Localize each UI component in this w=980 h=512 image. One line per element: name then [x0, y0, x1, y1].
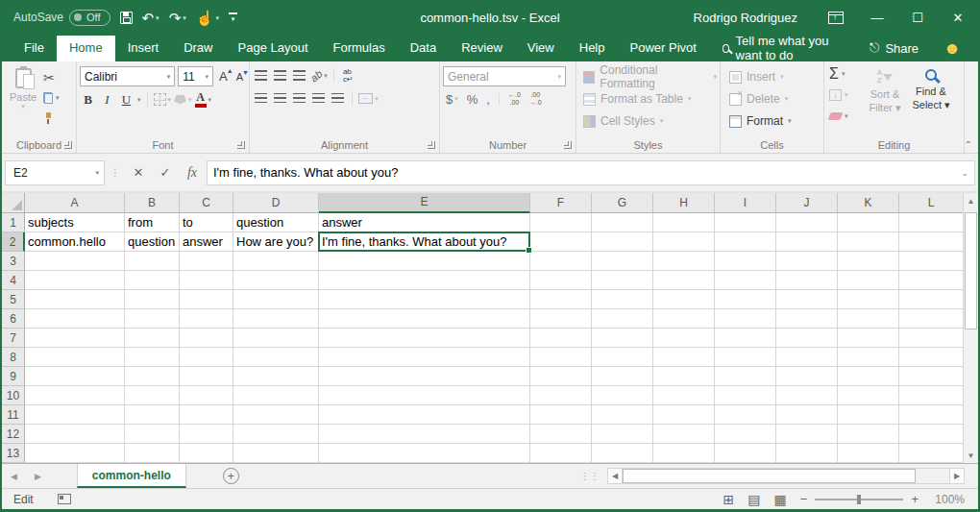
cell-G3[interactable]	[592, 252, 653, 271]
cell-K7[interactable]	[838, 329, 899, 348]
cell-J5[interactable]	[776, 290, 838, 309]
cell-B6[interactable]	[125, 309, 180, 329]
column-header-C[interactable]: C	[180, 193, 233, 213]
cell-J8[interactable]	[776, 348, 838, 367]
row-header-3[interactable]: 3	[2, 252, 25, 271]
undo-button[interactable]: ↶▾	[142, 11, 159, 25]
row-header-1[interactable]: 1	[2, 213, 25, 232]
cell-E13[interactable]	[319, 444, 530, 463]
row-header-5[interactable]: 5	[2, 290, 25, 309]
touch-mode-dropdown-icon[interactable]: ▾	[215, 14, 219, 21]
cell-A2[interactable]: common.hello	[25, 232, 125, 252]
formula-input[interactable]: I'm fine, thanks. What about you? ⌄	[207, 160, 975, 185]
cell-G5[interactable]	[592, 290, 653, 309]
tab-data[interactable]: Data	[398, 37, 449, 61]
tab-insert[interactable]: Insert	[115, 37, 172, 61]
page-break-view-icon[interactable]: ▦	[774, 493, 787, 506]
cell-B7[interactable]	[125, 329, 180, 348]
cell-J4[interactable]	[776, 271, 838, 290]
orientation-button[interactable]: ab▾	[310, 66, 328, 85]
vertical-scrollbar[interactable]: ▲ ▼	[963, 193, 978, 463]
cell-G7[interactable]	[592, 329, 653, 348]
cell-L2[interactable]	[899, 232, 964, 252]
orientation-dropdown-icon[interactable]: ▾	[324, 72, 328, 80]
tab-scrollbar-splitter[interactable]: ⋮⋮	[580, 471, 607, 481]
fill-color-dropdown-icon[interactable]: ▾	[188, 96, 192, 104]
name-box[interactable]: E2 ▾	[5, 160, 105, 185]
insert-dropdown-icon[interactable]: ▾	[780, 73, 784, 81]
cell-G10[interactable]	[592, 386, 653, 405]
cell-C1[interactable]: to	[180, 213, 233, 232]
sheet-tab-common-hello[interactable]: common-hello	[77, 464, 186, 488]
delete-button[interactable]: Delete ▾	[723, 89, 821, 109]
cell-F6[interactable]	[530, 309, 592, 329]
underline-button[interactable]: U	[118, 90, 135, 109]
cell-I11[interactable]	[715, 405, 776, 425]
grow-font-button[interactable]: A▲	[216, 69, 231, 84]
collapse-ribbon-icon[interactable]: ⌃	[965, 139, 972, 150]
cell-H7[interactable]	[653, 329, 715, 348]
cell-L7[interactable]	[899, 329, 964, 348]
cell-K3[interactable]	[838, 252, 899, 271]
row-header-11[interactable]: 11	[2, 405, 25, 425]
comma-style-button[interactable]: ,	[483, 92, 493, 107]
cell-styles-dropdown-icon[interactable]: ▾	[660, 117, 664, 125]
accounting-dropdown-icon[interactable]: ▾	[454, 95, 458, 103]
cell-H13[interactable]	[653, 444, 715, 463]
cell-E8[interactable]	[319, 348, 530, 367]
cell-G2[interactable]	[592, 232, 653, 252]
cell-D3[interactable]	[233, 252, 319, 271]
cell-C7[interactable]	[180, 329, 233, 348]
cell-L8[interactable]	[899, 348, 964, 367]
conditional-formatting-button[interactable]: Conditional Formatting ▾	[579, 67, 717, 86]
format-painter-button[interactable]	[41, 110, 61, 127]
row-header-10[interactable]: 10	[2, 386, 25, 405]
cell-E1[interactable]: answer	[319, 213, 530, 232]
cell-B13[interactable]	[125, 444, 180, 463]
percent-style-button[interactable]: %	[464, 92, 481, 107]
cell-G6[interactable]	[592, 309, 653, 329]
font-size-combo[interactable]: 11 ▾	[178, 66, 213, 86]
expand-formula-bar-icon[interactable]: ⌄	[961, 168, 968, 178]
cell-B8[interactable]	[125, 348, 180, 367]
column-header-I[interactable]: I	[715, 193, 776, 213]
row-header-12[interactable]: 12	[2, 425, 25, 444]
page-layout-view-icon[interactable]: ▤	[747, 493, 760, 506]
cell-A8[interactable]	[25, 348, 125, 367]
clear-button[interactable]: ▾	[827, 108, 860, 125]
touch-mode-button[interactable]: ☝▾	[196, 11, 219, 25]
cell-F3[interactable]	[530, 252, 592, 271]
cell-A3[interactable]	[25, 252, 125, 271]
cell-A13[interactable]	[25, 444, 125, 463]
increase-indent-button[interactable]	[330, 89, 346, 108]
cell-G8[interactable]	[592, 348, 653, 367]
column-header-F[interactable]: F	[530, 193, 592, 213]
scroll-left-icon[interactable]: ◀	[607, 468, 623, 484]
middle-align-button[interactable]	[272, 66, 288, 85]
cell-styles-button[interactable]: Cell Styles ▾	[579, 111, 717, 131]
cell-I7[interactable]	[715, 329, 776, 348]
cell-H6[interactable]	[653, 309, 715, 329]
format-as-table-button[interactable]: Format as Table ▾	[579, 89, 717, 109]
column-header-G[interactable]: G	[592, 193, 653, 213]
italic-button[interactable]: I	[99, 90, 115, 109]
format-button[interactable]: Format ▾	[723, 111, 821, 131]
decrease-decimal-button[interactable]: .00→.0	[527, 91, 545, 107]
cut-button[interactable]: ✂	[41, 69, 61, 86]
fill-button[interactable]: ↓▾	[827, 86, 860, 104]
ribbon-display-options-icon[interactable]	[828, 12, 844, 24]
bottom-align-button[interactable]	[291, 66, 307, 85]
autosum-dropdown-icon[interactable]: ▾	[842, 70, 845, 78]
horizontal-scrollbar[interactable]: ◀ ▶	[607, 468, 965, 484]
cell-I3[interactable]	[715, 252, 776, 271]
cell-B12[interactable]	[125, 425, 180, 444]
accounting-format-button[interactable]: $▾	[443, 92, 461, 107]
cell-J6[interactable]	[776, 309, 838, 329]
number-format-combo[interactable]: General ▾	[443, 66, 566, 86]
cell-I13[interactable]	[715, 444, 776, 463]
cell-C6[interactable]	[180, 309, 233, 329]
column-header-J[interactable]: J	[776, 193, 838, 213]
autosum-button[interactable]: Σ▾	[827, 65, 860, 83]
cell-A11[interactable]	[25, 405, 125, 425]
cell-E11[interactable]	[319, 405, 530, 425]
